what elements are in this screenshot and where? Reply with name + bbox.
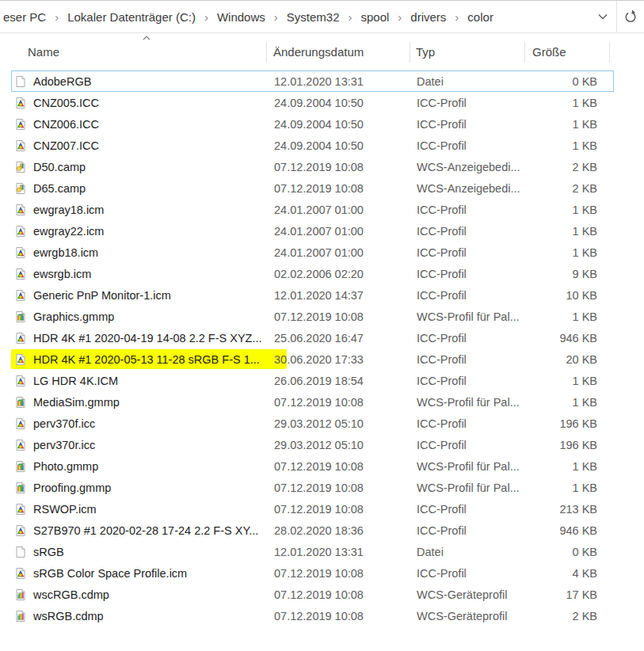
file-modified-date: 07.12.2019 10:08 [268, 182, 411, 195]
table-row[interactable]: perv370f.icc 29.03.2012 05:10 ICC-Profil… [11, 413, 614, 434]
file-type: ICC-Profil [411, 268, 526, 280]
file-size: 1 KB [526, 118, 611, 131]
file-modified-date: 12.01.2020 14:37 [268, 289, 411, 302]
table-row[interactable]: wscRGB.cdmp 07.12.2019 10:08 WCS-Gerätep… [11, 584, 614, 605]
file-modified-date: 24.01.2007 01:00 [268, 225, 411, 238]
file-modified-date: 07.12.2019 10:08 [268, 396, 411, 409]
file-type: ICC-Profil [411, 97, 526, 109]
table-row[interactable]: ewrgb18.icm 24.01.2007 01:00 ICC-Profil … [11, 242, 614, 263]
icc-file-icon [14, 375, 27, 387]
column-header-modified-label: Änderungsdatum [273, 45, 364, 59]
file-name: Generic PnP Monitor-1.icm [33, 289, 171, 302]
file-size: 1 KB [526, 482, 611, 494]
table-row[interactable]: S27B970 #1 2020-02-28 17-24 2.2 F-S XY..… [11, 520, 614, 541]
file-size: 0 KB [526, 75, 611, 88]
refresh-button[interactable] [617, 1, 644, 32]
file-type: Datei [411, 75, 526, 88]
breadcrumb-item[interactable]: eser PC [2, 9, 48, 25]
column-header-type[interactable]: Typ [410, 33, 525, 70]
breadcrumb-separator-icon: › [348, 10, 352, 24]
icc-file-icon [14, 567, 27, 580]
cdmp-file-icon [14, 588, 27, 601]
breadcrumb: eser PC›Lokaler Datenträger (C:)›Windows… [0, 9, 495, 25]
file-name: wscRGB.cdmp [33, 588, 109, 601]
breadcrumb-item[interactable]: Lokaler Datenträger (C:) [66, 9, 197, 25]
file-type: ICC-Profil [411, 353, 526, 366]
file-type: WCS-Profil für Pal... [411, 396, 526, 409]
table-row[interactable]: CNZ006.ICC 24.09.2004 10:50 ICC-Profil 1… [11, 113, 614, 135]
file-type: WCS-Geräteprofil [411, 610, 526, 622]
column-header-modified[interactable]: Änderungsdatum [267, 33, 410, 70]
breadcrumb-item[interactable]: System32 [285, 9, 341, 25]
table-row[interactable]: ewgray22.icm 24.01.2007 01:00 ICC-Profil… [11, 220, 614, 242]
file-name: CNZ007.ICC [33, 139, 99, 152]
file-size: 1 KB [526, 139, 611, 152]
table-row[interactable]: HDR 4K #1 2020-05-13 11-28 sRGB F-S 1...… [11, 348, 614, 370]
file-type: ICC-Profil [411, 246, 526, 259]
breadcrumb-separator-icon: › [398, 10, 402, 24]
breadcrumb-item[interactable]: color [466, 9, 495, 25]
table-row[interactable]: ewgray18.icm 24.01.2007 01:00 ICC-Profil… [11, 199, 614, 220]
gmmp-file-icon [14, 460, 27, 473]
breadcrumb-separator-icon: › [274, 10, 278, 24]
file-name: sRGB Color Space Profile.icm [33, 567, 187, 580]
file-name: sRGB [33, 546, 64, 558]
column-header-name-label: Name [28, 45, 59, 59]
camp-file-icon [14, 182, 27, 195]
table-row[interactable]: LG HDR 4K.ICM 26.06.2019 18:54 ICC-Profi… [11, 370, 614, 391]
table-row[interactable]: CNZ007.ICC 24.09.2004 10:50 ICC-Profil 1… [11, 135, 614, 156]
file-name: Proofing.gmmp [33, 482, 111, 494]
cdmp-file-icon [14, 610, 27, 622]
icc-file-icon [14, 289, 27, 302]
file-size: 196 KB [526, 417, 611, 430]
file-modified-date: 29.03.2012 05:10 [268, 417, 411, 430]
breadcrumb-item[interactable]: spool [359, 9, 391, 25]
breadcrumb-item[interactable]: Windows [215, 9, 267, 25]
table-row[interactable]: MediaSim.gmmp 07.12.2019 10:08 WCS-Profi… [11, 391, 614, 413]
file-type: ICC-Profil [411, 118, 526, 131]
table-row[interactable]: wsRGB.cdmp 07.12.2019 10:08 WCS-Gerätepr… [11, 605, 614, 626]
table-row[interactable]: CNZ005.ICC 24.09.2004 10:50 ICC-Profil 1… [11, 92, 614, 113]
file-size: 946 KB [526, 332, 611, 345]
table-row[interactable]: AdobeRGB 12.01.2020 13:31 Datei 0 KB [11, 70, 614, 92]
column-header-name[interactable]: Name [11, 33, 267, 70]
gmmp-file-icon [14, 396, 27, 409]
table-row[interactable]: Photo.gmmp 07.12.2019 10:08 WCS-Profil f… [11, 455, 614, 477]
table-row[interactable]: perv370r.icc 29.03.2012 05:10 ICC-Profil… [11, 434, 614, 455]
table-row[interactable]: HDR 4K #1 2020-04-19 14-08 2.2 F-S XYZ..… [11, 327, 614, 348]
table-row[interactable]: Proofing.gmmp 07.12.2019 10:08 WCS-Profi… [11, 477, 614, 498]
file-size: 1 KB [526, 460, 611, 473]
file-name: S27B970 #1 2020-02-28 17-24 2.2 F-S XY..… [33, 524, 258, 537]
address-dropdown-button[interactable] [589, 1, 616, 32]
file-modified-date: 24.09.2004 10:50 [268, 97, 411, 109]
column-header-size[interactable]: Größe [525, 33, 610, 70]
file-type: ICC-Profil [411, 289, 526, 302]
file-modified-date: 07.12.2019 10:08 [268, 610, 411, 622]
table-row[interactable]: D65.camp 07.12.2019 10:08 WCS-Anzeigebed… [11, 177, 614, 199]
table-row[interactable]: Graphics.gmmp 07.12.2019 10:08 WCS-Profi… [11, 306, 614, 327]
gmmp-file-icon [14, 310, 27, 323]
table-row[interactable]: sRGB Color Space Profile.icm 07.12.2019 … [11, 562, 614, 584]
breadcrumb-item[interactable]: drivers [409, 9, 448, 25]
file-file-icon [14, 75, 27, 88]
file-size: 1 KB [526, 396, 611, 409]
file-file-icon [14, 546, 27, 558]
file-name: ewgray22.icm [33, 225, 104, 238]
file-name: D50.camp [33, 161, 86, 173]
file-modified-date: 07.12.2019 10:08 [268, 482, 411, 494]
table-row[interactable]: Generic PnP Monitor-1.icm 12.01.2020 14:… [11, 284, 614, 306]
file-modified-date: 02.02.2006 02:20 [268, 268, 411, 280]
file-size: 2 KB [526, 182, 611, 195]
file-size: 10 KB [526, 289, 611, 302]
table-row[interactable]: RSWOP.icm 07.12.2019 10:08 ICC-Profil 21… [11, 498, 614, 520]
table-row[interactable]: ewsrgb.icm 02.02.2006 02:20 ICC-Profil 9… [11, 263, 614, 284]
table-row[interactable]: D50.camp 07.12.2019 10:08 WCS-Anzeigebed… [11, 156, 614, 177]
file-name: Photo.gmmp [33, 460, 98, 473]
file-size: 2 KB [526, 161, 611, 173]
file-size: 0 KB [526, 546, 611, 558]
table-row[interactable]: sRGB 12.01.2020 13:31 Datei 0 KB [11, 541, 614, 562]
file-size: 1 KB [526, 246, 611, 259]
file-name: CNZ005.ICC [33, 97, 99, 109]
file-name: LG HDR 4K.ICM [33, 375, 118, 387]
file-type: ICC-Profil [411, 139, 526, 152]
